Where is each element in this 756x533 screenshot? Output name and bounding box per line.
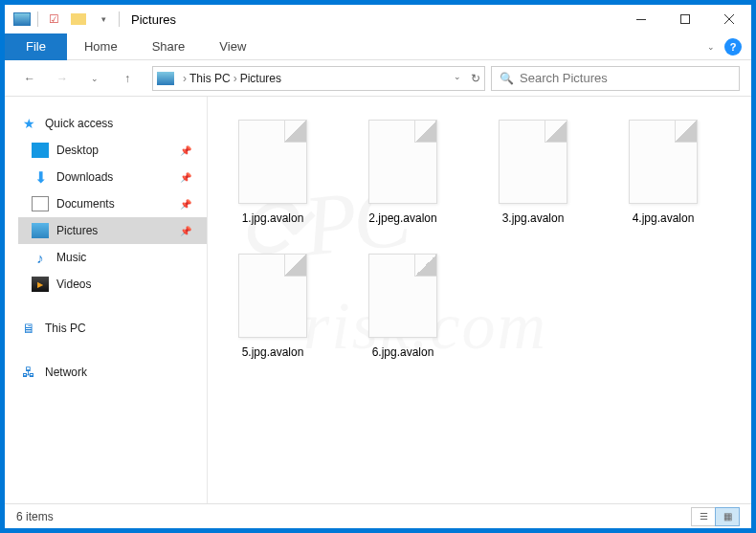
sidebar-label: Network bbox=[45, 366, 87, 379]
sidebar-this-pc[interactable]: 🖥 This PC bbox=[18, 315, 207, 342]
file-name: 5.jpg.avalon bbox=[242, 345, 304, 359]
pin-icon: 📌 bbox=[180, 145, 191, 156]
navigation-pane: ★ Quick access Desktop 📌 ⬇ Downloads 📌 D… bbox=[5, 97, 208, 503]
sidebar-item-documents[interactable]: Documents 📌 bbox=[18, 190, 207, 217]
download-icon: ⬇ bbox=[32, 169, 49, 185]
up-button[interactable]: ↑ bbox=[114, 65, 141, 92]
back-button[interactable]: ← bbox=[16, 65, 43, 92]
file-name: 4.jpg.avalon bbox=[633, 211, 695, 225]
pin-icon: 📌 bbox=[180, 199, 191, 210]
file-icon bbox=[368, 120, 437, 204]
file-icon bbox=[238, 120, 307, 204]
file-tab[interactable]: File bbox=[5, 33, 67, 60]
navigation-bar: ← → ⌄ ↑ › This PC › Pictures ⌄ ↻ 🔍 bbox=[5, 60, 751, 97]
sidebar-item-videos[interactable]: ▶ Videos bbox=[18, 271, 207, 298]
file-name: 3.jpg.avalon bbox=[502, 211, 565, 225]
file-name: 6.jpg.avalon bbox=[372, 345, 434, 359]
music-icon: ♪ bbox=[32, 250, 49, 265]
help-icon[interactable]: ? bbox=[724, 38, 742, 56]
file-icon bbox=[629, 120, 698, 204]
breadcrumb-current[interactable]: Pictures bbox=[240, 72, 281, 85]
breadcrumb-separator-icon[interactable]: › bbox=[233, 72, 237, 85]
qat-checkbox-icon[interactable]: ☑ bbox=[42, 9, 65, 30]
maximize-button[interactable] bbox=[663, 5, 707, 33]
status-bar: 6 items ☰ ▦ bbox=[5, 503, 751, 528]
sidebar-item-label: Videos bbox=[56, 278, 91, 291]
file-item[interactable]: 2.jpeg.avalon bbox=[357, 120, 449, 225]
file-icon bbox=[238, 254, 307, 338]
close-button[interactable] bbox=[707, 5, 751, 33]
file-item[interactable]: 3.jpg.avalon bbox=[487, 120, 579, 225]
qat-folder-icon[interactable] bbox=[67, 9, 90, 30]
content-pane[interactable]: ⟳PC risk.com 1.jpg.avalon 2.jpeg.avalon … bbox=[208, 97, 751, 503]
file-icon bbox=[368, 254, 437, 338]
ribbon-expand-icon[interactable]: ⌄ bbox=[707, 42, 715, 52]
sidebar-quick-access[interactable]: ★ Quick access bbox=[18, 110, 207, 137]
network-icon: 🖧 bbox=[20, 365, 37, 380]
search-box[interactable]: 🔍 bbox=[491, 66, 740, 91]
file-name: 1.jpg.avalon bbox=[242, 211, 304, 225]
search-icon: 🔍 bbox=[500, 72, 514, 85]
sidebar-item-downloads[interactable]: ⬇ Downloads 📌 bbox=[18, 164, 207, 190]
tab-view[interactable]: View bbox=[202, 33, 263, 60]
breadcrumb-separator-icon[interactable]: › bbox=[183, 72, 187, 85]
address-dropdown-icon[interactable]: ⌄ bbox=[454, 72, 461, 85]
document-icon bbox=[32, 196, 49, 211]
svg-rect-0 bbox=[636, 19, 646, 20]
file-item[interactable]: 6.jpg.avalon bbox=[357, 254, 449, 359]
pictures-icon bbox=[32, 223, 49, 238]
sidebar-label: Quick access bbox=[45, 117, 113, 130]
sidebar-item-label: Documents bbox=[56, 197, 115, 211]
qat-dropdown-icon[interactable]: ▾ bbox=[92, 9, 115, 30]
desktop-icon bbox=[32, 143, 49, 158]
sidebar-item-desktop[interactable]: Desktop 📌 bbox=[18, 137, 207, 164]
sidebar-item-label: Desktop bbox=[56, 144, 99, 157]
forward-button[interactable]: → bbox=[49, 65, 76, 92]
search-input[interactable] bbox=[520, 71, 731, 85]
minimize-button[interactable] bbox=[619, 5, 663, 33]
thumbnails-view-button[interactable]: ▦ bbox=[715, 507, 740, 526]
breadcrumb-root[interactable]: This PC bbox=[189, 72, 231, 85]
explorer-window: ☑ ▾ Pictures File Home Share View ⌄ ? ← … bbox=[4, 4, 752, 529]
file-item[interactable]: 1.jpg.avalon bbox=[227, 120, 319, 225]
sidebar-item-label: Music bbox=[56, 251, 86, 264]
address-bar[interactable]: › This PC › Pictures ⌄ ↻ bbox=[152, 66, 485, 91]
pin-icon: 📌 bbox=[180, 226, 191, 236]
file-item[interactable]: 5.jpg.avalon bbox=[227, 254, 319, 359]
sidebar-network[interactable]: 🖧 Network bbox=[18, 359, 207, 386]
pc-icon: 🖥 bbox=[20, 321, 37, 336]
app-icon bbox=[11, 9, 33, 30]
tab-home[interactable]: Home bbox=[67, 33, 135, 60]
item-count: 6 items bbox=[16, 510, 54, 523]
star-icon: ★ bbox=[20, 116, 37, 131]
location-icon bbox=[157, 72, 174, 85]
sidebar-item-label: Downloads bbox=[56, 170, 113, 184]
recent-dropdown-icon[interactable]: ⌄ bbox=[81, 65, 108, 92]
sidebar-item-music[interactable]: ♪ Music bbox=[18, 244, 207, 271]
refresh-icon[interactable]: ↻ bbox=[471, 72, 480, 85]
details-view-button[interactable]: ☰ bbox=[691, 507, 716, 526]
sidebar-item-pictures[interactable]: Pictures 📌 bbox=[18, 217, 207, 244]
pin-icon: 📌 bbox=[180, 172, 191, 183]
file-icon bbox=[499, 120, 567, 204]
svg-rect-1 bbox=[681, 15, 690, 24]
ribbon: File Home Share View ⌄ ? bbox=[5, 33, 751, 60]
sidebar-item-label: Pictures bbox=[56, 224, 98, 237]
video-icon: ▶ bbox=[32, 277, 49, 292]
file-name: 2.jpeg.avalon bbox=[368, 211, 436, 225]
tab-share[interactable]: Share bbox=[135, 33, 203, 60]
titlebar: ☑ ▾ Pictures bbox=[5, 5, 751, 33]
file-item[interactable]: 4.jpg.avalon bbox=[617, 120, 709, 225]
window-title: Pictures bbox=[131, 12, 176, 27]
sidebar-label: This PC bbox=[45, 322, 86, 335]
